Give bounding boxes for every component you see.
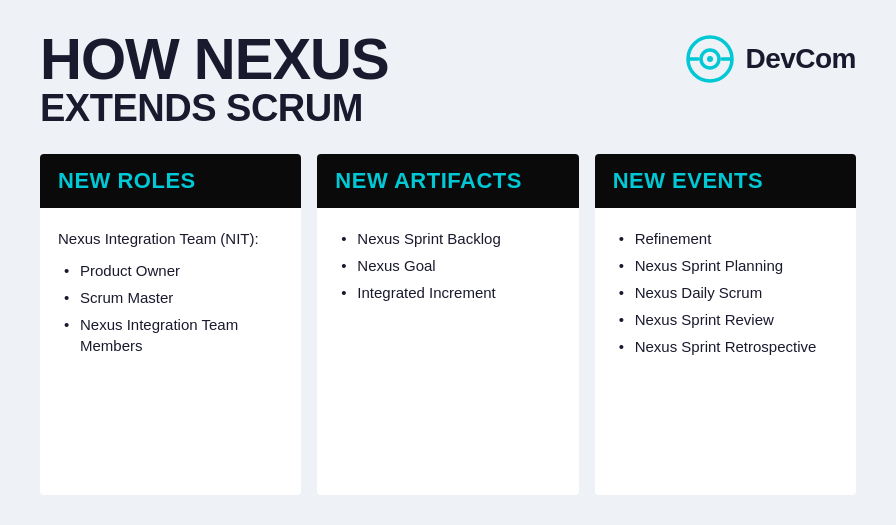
- roles-header-text: NEW ROLES: [58, 168, 196, 193]
- artifacts-list: Nexus Sprint Backlog Nexus Goal Integrat…: [335, 228, 560, 303]
- artifacts-header-text: NEW ARTIFACTS: [335, 168, 522, 193]
- list-item: Product Owner: [62, 260, 283, 281]
- list-item: Nexus Sprint Planning: [617, 255, 838, 276]
- events-list: Refinement Nexus Sprint Planning Nexus D…: [613, 228, 838, 357]
- page-container: HOW NEXUS EXTENDS SCRUM DevCom NEW ROLES…: [0, 0, 896, 525]
- artifacts-column-header: NEW ARTIFACTS: [317, 154, 578, 208]
- roles-column-header: NEW ROLES: [40, 154, 301, 208]
- events-column: NEW EVENTS Refinement Nexus Sprint Plann…: [595, 154, 856, 495]
- columns-container: NEW ROLES Nexus Integration Team (NIT): …: [40, 154, 856, 495]
- title-line2: EXTENDS SCRUM: [40, 88, 389, 130]
- roles-column: NEW ROLES Nexus Integration Team (NIT): …: [40, 154, 301, 495]
- list-item: Nexus Integration Team Members: [62, 314, 283, 356]
- list-item: Integrated Increment: [339, 282, 560, 303]
- svg-point-2: [707, 56, 713, 62]
- artifacts-column-body: Nexus Sprint Backlog Nexus Goal Integrat…: [317, 208, 578, 495]
- roles-column-body: Nexus Integration Team (NIT): Product Ow…: [40, 208, 301, 495]
- list-item: Nexus Sprint Retrospective: [617, 336, 838, 357]
- roles-list: Product Owner Scrum Master Nexus Integra…: [58, 260, 283, 356]
- title-line1: HOW NEXUS: [40, 30, 389, 88]
- list-item: Nexus Sprint Backlog: [339, 228, 560, 249]
- events-column-body: Refinement Nexus Sprint Planning Nexus D…: [595, 208, 856, 495]
- roles-intro: Nexus Integration Team (NIT):: [58, 228, 283, 251]
- events-header-text: NEW EVENTS: [613, 168, 763, 193]
- logo-text: DevCom: [745, 43, 856, 75]
- list-item: Nexus Goal: [339, 255, 560, 276]
- list-item: Nexus Daily Scrum: [617, 282, 838, 303]
- artifacts-column: NEW ARTIFACTS Nexus Sprint Backlog Nexus…: [317, 154, 578, 495]
- header-area: HOW NEXUS EXTENDS SCRUM DevCom: [40, 30, 856, 130]
- list-item: Scrum Master: [62, 287, 283, 308]
- devcom-logo-icon: [685, 34, 735, 84]
- list-item: Refinement: [617, 228, 838, 249]
- events-column-header: NEW EVENTS: [595, 154, 856, 208]
- list-item: Nexus Sprint Review: [617, 309, 838, 330]
- logo-area: DevCom: [685, 34, 856, 84]
- main-title: HOW NEXUS EXTENDS SCRUM: [40, 30, 389, 130]
